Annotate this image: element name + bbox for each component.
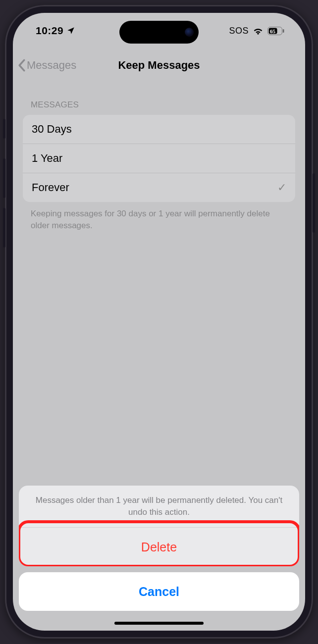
svg-rect-2 [283,29,284,33]
option-1-year[interactable]: 1 Year [23,144,295,173]
side-button-vol-down [3,208,5,248]
section-header: MESSAGES [23,100,295,115]
back-label: Messages [27,59,76,72]
side-button-power [313,173,315,233]
action-sheet: Messages older than 1 year will be perma… [13,486,305,631]
section-footer: Keeping messages for 30 days or 1 year w… [23,202,295,232]
dynamic-island [119,21,199,44]
home-indicator[interactable] [114,622,204,625]
battery-icon: 65 [267,27,284,35]
wifi-icon [253,26,264,35]
action-sheet-group: Messages older than 1 year will be perma… [19,486,299,566]
option-label: Forever [32,181,69,194]
cancel-button[interactable]: Cancel [19,572,299,611]
status-time: 10:29 [36,25,63,37]
option-forever[interactable]: Forever ✓ [23,173,295,202]
svg-text:65: 65 [270,28,276,34]
option-label: 30 Days [32,123,72,136]
front-camera [185,28,194,37]
chevron-left-icon [18,59,26,72]
options-list: 30 Days 1 Year Forever ✓ [23,115,295,202]
action-sheet-message: Messages older than 1 year will be perma… [19,486,299,528]
option-30-days[interactable]: 30 Days [23,115,295,144]
side-button-silence [3,119,5,139]
option-label: 1 Year [32,152,62,165]
delete-button[interactable]: Delete [19,528,299,566]
nav-bar: Messages Keep Messages [13,49,305,82]
side-button-vol-up [3,158,5,198]
screen: 10:29 SOS 65 Messages [13,13,305,631]
page-title: Keep Messages [118,59,200,72]
back-button[interactable]: Messages [18,59,76,72]
phone-frame: 10:29 SOS 65 Messages [5,5,313,639]
location-icon [66,26,75,35]
status-sos: SOS [229,26,249,36]
checkmark-icon: ✓ [277,181,286,194]
